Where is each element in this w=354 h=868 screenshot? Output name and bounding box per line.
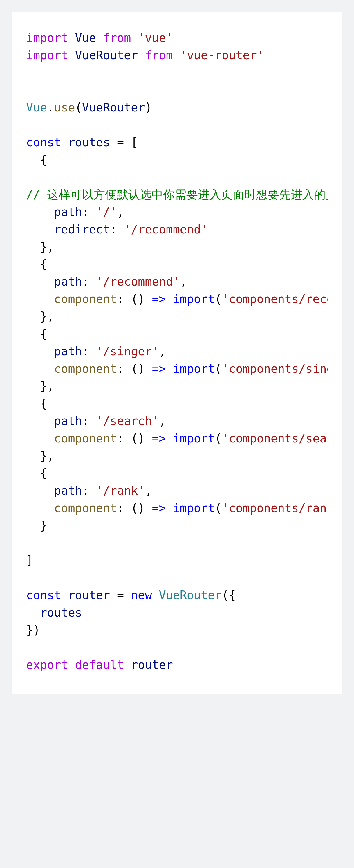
token-kw-blue: new <box>131 588 152 602</box>
token-var: path <box>54 275 82 288</box>
token-fn: use <box>54 101 75 114</box>
token-str: 'components/singer/singer' <box>222 362 328 375</box>
token-str: 'components/recommend/recommend' <box>222 292 328 306</box>
token-kw-import: default <box>75 658 124 672</box>
token-var: VueRouter <box>75 49 138 62</box>
token-var: router <box>131 658 173 672</box>
token-fn: component <box>54 432 117 445</box>
token-var: routes <box>68 135 110 149</box>
token-kw-import: import <box>26 49 68 62</box>
token-var: VueRouter <box>82 101 145 114</box>
token-class: VueRouter <box>159 588 222 602</box>
token-fn: component <box>54 501 117 515</box>
token-str: 'vue' <box>138 31 173 44</box>
token-cmt: // 这样可以方便默认选中你需要进入页面时想要先进入的页面 <box>26 188 328 201</box>
token-var: router <box>68 588 110 602</box>
token-str: 'components/search/search' <box>222 432 328 445</box>
token-str: 'components/rank/rank' <box>222 501 328 515</box>
token-var: path <box>54 345 82 358</box>
token-kw-blue: => <box>152 501 166 515</box>
token-kw-blue: => <box>152 362 166 375</box>
token-str: '/singer' <box>96 345 159 358</box>
token-class: Vue <box>26 101 47 114</box>
token-fn: component <box>54 292 117 306</box>
token-kw-blue: => <box>152 292 166 306</box>
code-pre: import Vue from 'vue' import VueRouter f… <box>26 29 328 674</box>
token-kw-import: export <box>26 658 68 672</box>
token-str: '/' <box>96 205 117 219</box>
page: import Vue from 'vue' import VueRouter f… <box>0 0 354 706</box>
token-var: path <box>54 414 82 428</box>
token-var: Vue <box>75 31 96 44</box>
token-fn: component <box>54 362 117 375</box>
token-kw-blue: import <box>173 362 215 375</box>
token-str: '/rank' <box>96 484 145 497</box>
token-var: path <box>54 205 82 219</box>
token-kw-import: import <box>26 31 68 44</box>
token-kw-blue: import <box>173 501 215 515</box>
token-var: routes <box>40 606 82 619</box>
token-kw-import: from <box>103 31 131 44</box>
token-kw-blue: import <box>173 432 215 445</box>
token-kw-import: from <box>145 49 173 62</box>
code-block: import Vue from 'vue' import VueRouter f… <box>11 11 343 694</box>
token-kw-blue: import <box>173 292 215 306</box>
token-str: '/search' <box>96 414 159 428</box>
token-kw-blue: => <box>152 432 166 445</box>
token-kw-blue: const <box>26 135 61 149</box>
token-kw-blue: const <box>26 588 61 602</box>
token-str: '/recommend' <box>124 223 208 236</box>
token-var: redirect <box>54 223 110 236</box>
token-var: path <box>54 484 82 497</box>
code-content: import Vue from 'vue' import VueRouter f… <box>26 31 328 672</box>
token-str: 'vue-router' <box>180 49 264 62</box>
token-str: '/recommend' <box>96 275 180 288</box>
